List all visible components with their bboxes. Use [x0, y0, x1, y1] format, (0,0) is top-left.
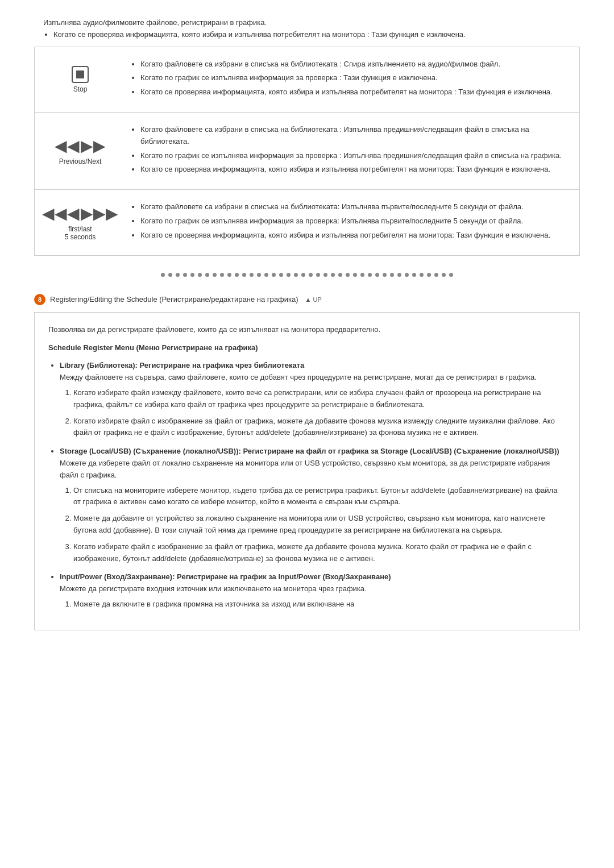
dot	[316, 273, 320, 277]
dot	[412, 273, 416, 277]
dot	[294, 273, 298, 277]
prevnext-icon-col: ◀◀ ▶▶ Previous/Next	[35, 119, 126, 182]
dot	[257, 273, 261, 277]
storage-nested-1: Можете да добавите от устройство за лока…	[73, 513, 566, 537]
dot	[346, 273, 350, 277]
next-icon: ▶▶	[81, 136, 106, 155]
dot	[427, 273, 431, 277]
section-number: 8	[34, 294, 45, 305]
dot	[338, 273, 342, 277]
stop-desc: Когато файловете са избрани в списъка на…	[126, 54, 579, 105]
storage-bold-label: Storage (Local/USB) (Съхранение (локално…	[60, 447, 559, 455]
dot	[309, 273, 313, 277]
library-nested-0: Когато избирате файл измежду файловете, …	[73, 387, 566, 411]
dot	[331, 273, 335, 277]
section-title: Registering/Editing the Schedule (Регист…	[50, 295, 298, 304]
section-header: 8 Registering/Editing the Schedule (Реги…	[34, 294, 580, 305]
list-item-library: Library (Библиотека): Регистриране на гр…	[60, 360, 566, 439]
dot	[279, 273, 283, 277]
dot	[301, 273, 305, 277]
storage-nested-0: От списъка на мониторите изберете монито…	[73, 485, 566, 509]
input-power-description: Можете да регистрирате входния източник …	[60, 584, 367, 593]
dot	[168, 273, 172, 277]
firstlast-bullet-0: Когато файловете са избрани в списъка на…	[140, 201, 570, 213]
dot	[161, 273, 165, 277]
firstlast-bullet-1: Когато по график се изпълнява информация…	[140, 215, 570, 227]
dot	[383, 273, 387, 277]
prevnext-bullet-0: Когато файловете са избрани в списъка на…	[140, 124, 570, 148]
input-power-bold-label: Input/Power (Вход/Захранване): Регистрир…	[60, 572, 391, 581]
dot	[235, 273, 239, 277]
firstlast-icon: ◀◀◀ ▶▶▶	[42, 204, 118, 223]
dot	[420, 273, 424, 277]
dot	[250, 273, 254, 277]
feature-row-firstlast: ◀◀◀ ▶▶▶ first/last5 seconds Когато файло…	[35, 190, 579, 255]
dot	[190, 273, 194, 277]
dot	[287, 273, 291, 277]
dot	[227, 273, 231, 277]
features-table: Stop Когато файловете са избрани в списъ…	[34, 47, 580, 256]
intro-bullet-0: Когато се проверява информацията, която …	[53, 29, 571, 41]
library-nested-1: Когато избирате файл с изображение за фа…	[73, 416, 566, 439]
up-link[interactable]: ▲ UP	[305, 296, 322, 303]
dot	[390, 273, 394, 277]
content-intro: Позволява ви да регистрирате файловете, …	[48, 324, 566, 336]
dot	[272, 273, 276, 277]
dot	[264, 273, 268, 277]
dot	[434, 273, 438, 277]
prevnext-bullet-1: Когато по график се изпълнява информация…	[140, 150, 570, 162]
dot	[213, 273, 217, 277]
content-sub-title: Schedule Register Menu (Меню Регистриран…	[48, 343, 566, 352]
firstlast-icon-col: ◀◀◀ ▶▶▶ first/last5 seconds	[35, 197, 126, 248]
storage-nested-2: Когато избирате файл с изображение за фа…	[73, 541, 566, 565]
intro-line1: Изпълнява аудио/филмовите файлове, регис…	[43, 18, 267, 27]
library-bold-label: Library (Библиотека): Регистриране на гр…	[60, 361, 304, 369]
stop-bullet-2: Когато се проверява информацията, която …	[140, 86, 570, 98]
storage-description: Можете да изберете файл от локално съхра…	[60, 459, 550, 479]
feature-row-prevnext: ◀◀ ▶▶ Previous/Next Когато файловете са …	[35, 113, 579, 190]
stop-icon	[72, 66, 89, 83]
library-nested-list: Когато избирате файл измежду файловете, …	[60, 387, 566, 439]
dot	[442, 273, 446, 277]
firstlast-bullet-2: Когато се проверява информацията, която …	[140, 230, 570, 242]
prevnext-desc: Когато файловете са избрани в списъка на…	[126, 119, 579, 182]
dot	[368, 273, 372, 277]
first-icon: ◀◀◀	[42, 204, 80, 223]
intro-section: Изпълнява аудио/филмовите файлове, регис…	[34, 11, 580, 47]
dot	[449, 273, 453, 277]
list-item-storage: Storage (Local/USB) (Съхранение (локално…	[60, 446, 566, 564]
dot	[242, 273, 246, 277]
content-box: Позволява ви да регистрирате файловете, …	[34, 312, 580, 630]
dot	[220, 273, 224, 277]
dot	[323, 273, 327, 277]
firstlast-desc: Когато файловете са избрани в списъка на…	[126, 197, 579, 248]
dot	[183, 273, 187, 277]
dot	[198, 273, 202, 277]
prevnext-bullet-2: Когато се проверява информацията, която …	[140, 164, 570, 176]
stop-label: Stop	[73, 85, 88, 93]
prevnext-label: Previous/Next	[59, 157, 102, 165]
stop-icon-col: Stop	[35, 54, 126, 105]
dot	[375, 273, 379, 277]
dot-separator	[34, 273, 580, 277]
firstlast-label: first/last5 seconds	[65, 225, 96, 241]
last-icon: ▶▶▶	[81, 204, 118, 223]
content-main-list: Library (Библиотека): Регистриране на гр…	[48, 360, 566, 610]
input-power-nested-list: Можете да включите в графика промяна на …	[60, 599, 566, 610]
dot	[397, 273, 401, 277]
dot	[353, 273, 357, 277]
stop-bullet-1: Когато по график се изпълнява информация…	[140, 72, 570, 84]
storage-nested-list: От списъка на мониторите изберете монито…	[60, 485, 566, 565]
dot	[176, 273, 180, 277]
input-power-nested-0: Можете да включите в графика промяна на …	[73, 599, 566, 610]
prevnext-icon: ◀◀ ▶▶	[55, 136, 106, 155]
library-description: Между файловете на сървъра, само файлове…	[60, 373, 537, 381]
stop-bullet-0: Когато файловете са избрани в списъка на…	[140, 59, 570, 70]
dot	[360, 273, 364, 277]
feature-row-stop: Stop Когато файловете са избрани в списъ…	[35, 47, 579, 113]
list-item-input-power: Input/Power (Вход/Захранване): Регистрир…	[60, 571, 566, 610]
stop-inner-box	[76, 70, 84, 78]
prev-icon: ◀◀	[55, 136, 80, 155]
dot	[205, 273, 209, 277]
dot	[405, 273, 409, 277]
